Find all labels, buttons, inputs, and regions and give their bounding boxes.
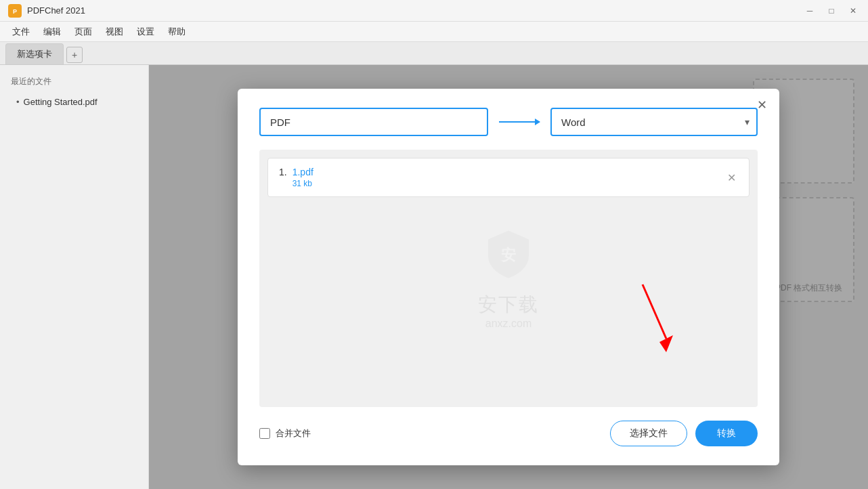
menu-page[interactable]: 页面	[68, 23, 99, 41]
target-format-wrapper: Word Excel PowerPoint Image Text ▾	[550, 108, 758, 136]
app-icon: P	[8, 4, 22, 18]
watermark: 安 安下载 anxz.com	[478, 228, 539, 330]
file-number: 1.	[279, 167, 287, 177]
merge-checkbox[interactable]	[259, 428, 270, 439]
svg-text:P: P	[13, 8, 17, 15]
menu-settings[interactable]: 设置	[130, 23, 161, 41]
menu-help[interactable]: 帮助	[161, 23, 192, 41]
source-format-input[interactable]	[259, 108, 488, 136]
sidebar-section-title: 最近的文件	[0, 73, 148, 93]
target-format-select[interactable]: Word Excel PowerPoint Image Text	[550, 108, 758, 136]
main-area: 最近的文件 Getting Started.pdf 与 PDF 格式相互转换 ✕	[0, 65, 868, 489]
watermark-url: anxz.com	[478, 318, 539, 330]
window-controls: ─ □ ✕	[800, 4, 863, 18]
window-close-button[interactable]: ✕	[844, 4, 863, 18]
menu-file[interactable]: 文件	[5, 23, 37, 41]
dialog-overlay: ✕ Word Excel PowerPoint Image Text ▾	[149, 65, 868, 489]
file-list-area: 1. 1.pdf 31 kb ✕ 安	[259, 150, 758, 407]
watermark-shield-icon: 安	[478, 228, 539, 292]
svg-line-3	[643, 284, 666, 339]
titlebar: P PDFChef 2021 ─ □ ✕	[0, 0, 868, 22]
merge-checkbox-area: 合并文件	[259, 427, 311, 440]
conversion-header: Word Excel PowerPoint Image Text ▾	[259, 108, 758, 136]
watermark-text: 安下载	[478, 292, 539, 318]
tab-new[interactable]: 新选项卡	[5, 43, 64, 64]
menu-view[interactable]: 视图	[99, 23, 130, 41]
file-remove-button[interactable]: ✕	[724, 171, 738, 184]
tabbar: 新选项卡 +	[0, 42, 868, 65]
sidebar: 最近的文件 Getting Started.pdf	[0, 65, 149, 489]
file-name: 1.pdf	[292, 167, 313, 177]
red-arrow-annotation	[629, 278, 683, 361]
merge-label: 合并文件	[276, 427, 311, 440]
restore-button[interactable]: □	[822, 4, 841, 18]
minimize-button[interactable]: ─	[800, 4, 819, 18]
select-files-button[interactable]: 选择文件	[610, 421, 687, 446]
svg-text:安: 安	[500, 247, 516, 263]
menu-edit[interactable]: 编辑	[37, 23, 68, 41]
file-item: 1. 1.pdf 31 kb ✕	[267, 158, 750, 197]
conversion-dialog: ✕ Word Excel PowerPoint Image Text ▾	[238, 89, 779, 465]
conversion-arrow	[499, 121, 540, 123]
menubar: 文件 编辑 页面 视图 设置 帮助	[0, 22, 868, 42]
file-size: 31 kb	[292, 179, 313, 188]
file-item-left: 1. 1.pdf 31 kb	[279, 167, 313, 188]
tab-add-button[interactable]: +	[66, 47, 83, 63]
svg-marker-4	[659, 335, 673, 352]
convert-button[interactable]: 转换	[695, 421, 758, 446]
app-title: PDFChef 2021	[27, 5, 85, 16]
content-area: 与 PDF 格式相互转换 ✕ Word Excel PowerPoint	[149, 65, 868, 489]
footer-buttons: 选择文件 转换	[610, 421, 758, 446]
dialog-footer: 合并文件 选择文件 转换	[259, 421, 758, 446]
file-info: 1.pdf 31 kb	[292, 167, 313, 188]
sidebar-item-getting-started[interactable]: Getting Started.pdf	[0, 93, 148, 111]
